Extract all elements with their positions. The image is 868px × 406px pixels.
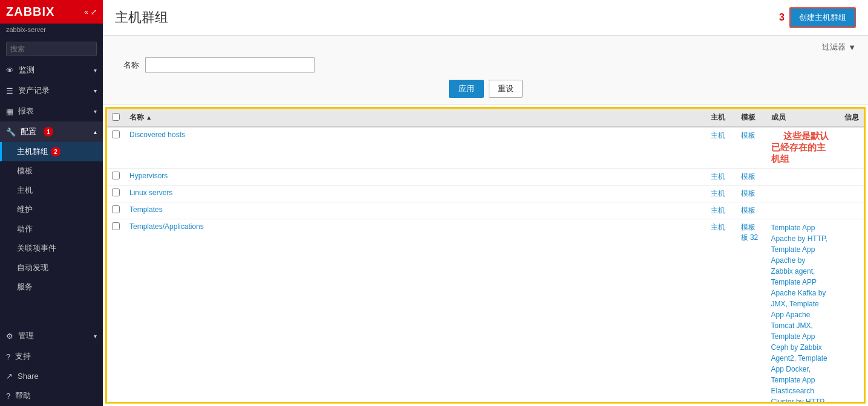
sidebar-submenu-maintenance[interactable]: 维护 (0, 200, 103, 219)
info-column-header: 信息 (834, 109, 864, 127)
row-templates: 模板 (736, 185, 766, 202)
filter-name-row: 名称 (115, 57, 856, 72)
header-actions: 3 创建主机群组 (779, 7, 856, 28)
sidebar-item-label: 资产记录 (18, 85, 50, 96)
row-check (107, 127, 125, 169)
row-templates: 模板 (736, 127, 766, 169)
eye-icon: 👁 (6, 66, 14, 75)
group-link[interactable]: Templates/Applications (129, 222, 204, 231)
templates-link[interactable]: 模板 (741, 189, 755, 198)
hosts-link[interactable]: 主机 (711, 172, 725, 181)
submenu-label: 动作 (17, 224, 33, 234)
chevron-down-icon: ▾ (94, 67, 97, 74)
sidebar-item-help[interactable]: ? 帮助 (0, 385, 103, 406)
submenu-label: 主机 (17, 185, 33, 196)
sidebar-item-support[interactable]: ? 支持 (0, 346, 103, 367)
row-checkbox[interactable] (112, 222, 120, 230)
sidebar-submenu-auto-discovery[interactable]: 自动发现 (0, 258, 103, 277)
header-badge: 3 (779, 12, 785, 23)
search-area (0, 38, 103, 60)
row-name: Linux servers (125, 185, 706, 202)
templates-link[interactable]: 模板 (741, 206, 755, 214)
sidebar-submenu-actions[interactable]: 动作 (0, 219, 103, 239)
chevron-down-icon: ▾ (94, 88, 97, 94)
sidebar-item-label: 配置 (21, 126, 36, 137)
row-info (834, 202, 864, 219)
templates-column-header: 模板 (736, 109, 766, 127)
sort-arrow-icon: ▲ (146, 114, 152, 121)
sidebar-submenu-services[interactable]: 服务 (0, 277, 103, 297)
hosts-link[interactable]: 主机 (711, 189, 725, 198)
chevron-down-icon: ▾ (94, 333, 97, 340)
collapse-icon[interactable]: « (84, 8, 88, 16)
group-link[interactable]: Discovered hosts (129, 130, 185, 139)
apply-button[interactable]: 应用 (449, 80, 484, 98)
support-icon: ? (6, 352, 10, 361)
row-templates: 模板板 32 (736, 219, 766, 404)
page-title: 主机群组 (115, 8, 168, 27)
logo-icons: « ⤢ (84, 8, 97, 16)
row-check (107, 202, 125, 219)
row-checkbox[interactable] (112, 205, 120, 213)
row-hosts: 主机 (706, 185, 736, 202)
hosts-column-header: 主机 (706, 109, 736, 127)
create-host-group-button[interactable]: 创建主机群组 (789, 7, 856, 28)
row-check (107, 219, 125, 404)
expand-icon[interactable]: ⤢ (91, 8, 97, 16)
sidebar-item-config[interactable]: 🔧 配置 1 ▴ (0, 121, 103, 142)
row-members (766, 202, 834, 219)
row-name: Templates (125, 202, 706, 219)
server-label: zabbix-server (0, 24, 103, 38)
row-check (107, 169, 125, 185)
table-row: Linux servers 主机 模板 (107, 185, 864, 202)
row-checkbox[interactable] (112, 172, 120, 179)
sidebar-item-share[interactable]: ↗ Share (0, 367, 103, 385)
name-filter-input[interactable] (145, 57, 315, 72)
row-members (766, 185, 834, 202)
sidebar-submenu-templates[interactable]: 模板 (0, 161, 103, 181)
sidebar-item-management[interactable]: ⚙ 管理 ▾ (0, 326, 103, 346)
annotation-text: 这些是默认已经存在的主机组 (771, 124, 829, 170)
templates-link[interactable]: 模板 (741, 172, 755, 181)
hosts-link[interactable]: 主机 (711, 131, 725, 140)
gear-icon: ⚙ (6, 332, 13, 341)
hosts-link[interactable]: 主机 (711, 206, 725, 214)
chart-icon: ▦ (6, 107, 13, 116)
row-hosts: 主机 (706, 127, 736, 169)
group-link[interactable]: Linux servers (129, 188, 172, 197)
filter-icon: ▼ (848, 43, 856, 52)
select-all-checkbox[interactable] (112, 113, 120, 121)
templates-link[interactable]: 模板 (741, 131, 755, 140)
page-header: 主机群组 3 创建主机群组 (103, 0, 868, 36)
table-row: Discovered hosts 主机 模板 这些是默认已经存在的主机组 (107, 127, 864, 169)
group-link[interactable]: Hypervisors (129, 172, 168, 180)
row-hosts: 主机 (706, 219, 736, 404)
chevron-down-icon: ▾ (94, 108, 97, 115)
sidebar-item-label: 报表 (18, 106, 34, 117)
submenu-label: 维护 (17, 204, 33, 215)
sidebar-item-assets[interactable]: ☰ 资产记录 ▾ (0, 80, 103, 101)
sidebar-submenu-correlations[interactable]: 关联项事件 (0, 239, 103, 258)
row-members: Template App Apache by HTTP, Template Ap… (766, 219, 834, 404)
sidebar-item-label: 支持 (15, 351, 31, 362)
hosts-link[interactable]: 主机 (711, 223, 725, 231)
sidebar-item-reports[interactable]: ▦ 报表 ▾ (0, 101, 103, 121)
row-checkbox[interactable] (112, 130, 120, 138)
row-templates: 模板 (736, 169, 766, 185)
filter-section: 过滤器 ▼ 名称 应用 重设 (103, 36, 868, 105)
sidebar-item-monitoring[interactable]: 👁 监测 ▾ (0, 60, 103, 80)
sidebar-submenu-hosts[interactable]: 主机 (0, 181, 103, 200)
sidebar-submenu-host-groups[interactable]: 主机群组 2 (0, 142, 103, 161)
row-annotation: 这些是默认已经存在的主机组 (766, 127, 834, 169)
templates-link[interactable]: 模板板 32 (741, 223, 759, 242)
reset-button[interactable]: 重设 (489, 80, 523, 98)
row-hosts: 主机 (706, 169, 736, 185)
host-groups-badge: 2 (51, 147, 60, 156)
filter-label: 过滤器 (822, 42, 846, 53)
filter-buttons: 应用 重设 (115, 77, 856, 98)
select-all-header (107, 109, 125, 127)
logo-area: ZABBIX « ⤢ (0, 0, 103, 24)
search-input[interactable] (6, 42, 97, 56)
group-link[interactable]: Templates (129, 205, 163, 214)
row-checkbox[interactable] (112, 188, 120, 196)
